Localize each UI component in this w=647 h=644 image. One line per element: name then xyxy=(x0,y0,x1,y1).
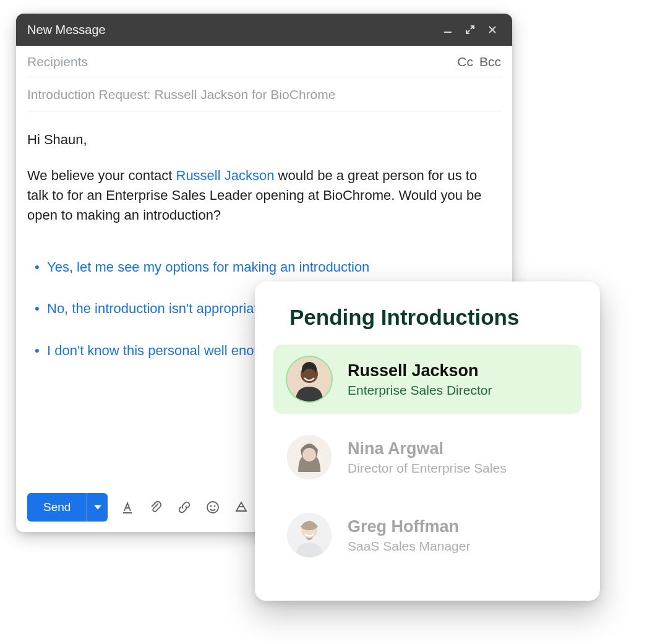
intro-title: Enterprise Sales Director xyxy=(348,383,492,398)
svg-point-6 xyxy=(215,506,215,507)
subject-text: Introduction Request: Russell Jackson fo… xyxy=(27,87,335,101)
text-format-icon[interactable] xyxy=(119,499,136,516)
recipients-placeholder: Recipients xyxy=(27,54,451,69)
greeting-line: Hi Shaun, xyxy=(27,130,501,150)
minimize-icon[interactable] xyxy=(439,21,456,38)
compose-title: New Message xyxy=(27,23,106,37)
expand-icon[interactable] xyxy=(461,21,479,38)
pending-title: Pending Introductions xyxy=(289,305,581,330)
intro-name: Greg Hoffman xyxy=(348,517,470,536)
recipients-field[interactable]: Recipients Cc Bcc xyxy=(27,46,501,77)
svg-point-4 xyxy=(207,502,218,513)
compose-header: New Message xyxy=(16,14,512,46)
intro-row-greg[interactable]: Greg Hoffman SaaS Sales Manager xyxy=(273,500,581,570)
pending-intros-card: Pending Introductions Russell Jackson En… xyxy=(255,281,600,601)
send-button[interactable]: Send xyxy=(27,493,87,522)
contact-link[interactable]: Russell Jackson xyxy=(176,168,275,183)
option-yes[interactable]: Yes, let me see my options for making an… xyxy=(47,257,501,277)
message-paragraph: We believe your contact Russell Jackson … xyxy=(27,166,501,225)
send-more-button[interactable] xyxy=(87,493,108,522)
link-icon[interactable] xyxy=(176,499,193,516)
bcc-button[interactable]: Bcc xyxy=(479,54,501,69)
avatar xyxy=(287,513,332,557)
svg-point-13 xyxy=(302,448,316,462)
msg-before: We believe your contact xyxy=(27,168,176,183)
intro-text: Greg Hoffman SaaS Sales Manager xyxy=(348,517,470,554)
avatar xyxy=(287,357,332,401)
intro-name: Nina Argwal xyxy=(348,439,507,458)
intro-row-nina[interactable]: Nina Argwal Director of Enterprise Sales xyxy=(273,423,581,492)
drive-icon[interactable] xyxy=(233,499,250,516)
intro-text: Nina Argwal Director of Enterprise Sales xyxy=(348,439,507,476)
intro-row-russell[interactable]: Russell Jackson Enterprise Sales Directo… xyxy=(273,345,581,414)
avatar xyxy=(287,435,332,479)
close-icon[interactable] xyxy=(484,21,501,38)
svg-point-5 xyxy=(211,506,212,507)
intro-text: Russell Jackson Enterprise Sales Directo… xyxy=(348,361,492,398)
intro-title: Director of Enterprise Sales xyxy=(348,461,507,476)
intro-title: SaaS Sales Manager xyxy=(348,539,470,554)
attachment-icon[interactable] xyxy=(147,499,165,516)
emoji-icon[interactable] xyxy=(204,499,221,516)
intro-name: Russell Jackson xyxy=(348,361,492,380)
send-group: Send xyxy=(27,493,108,522)
cc-button[interactable]: Cc xyxy=(457,54,473,69)
subject-field[interactable]: Introduction Request: Russell Jackson fo… xyxy=(27,77,501,111)
